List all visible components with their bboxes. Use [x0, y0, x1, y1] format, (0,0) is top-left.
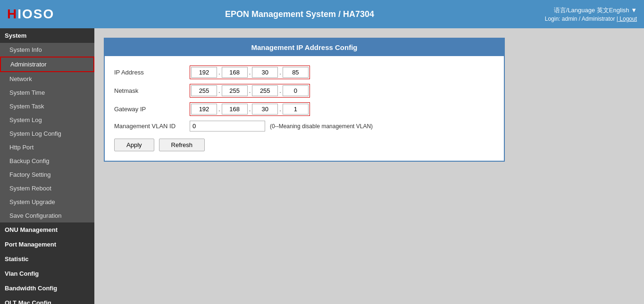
ip-address-oct3[interactable]: [252, 67, 278, 78]
netmask-oct3[interactable]: [252, 85, 278, 96]
netmask-row: Netmask . . .: [114, 84, 494, 98]
sidebar-item-onu-management[interactable]: ONU Management: [0, 222, 94, 237]
sidebar: System System Info Administrator Network…: [0, 28, 94, 304]
management-vlan-input[interactable]: [190, 121, 265, 131]
gateway-ip-label: Gateway IP: [114, 106, 190, 113]
ip-dot-3: .: [278, 69, 283, 76]
sidebar-item-http-port[interactable]: Http Port: [0, 140, 94, 154]
sidebar-item-system-time[interactable]: System Time: [0, 86, 94, 99]
ip-address-fields: . . .: [190, 66, 310, 79]
ip-address-oct2[interactable]: [222, 67, 248, 78]
sidebar-item-backup-config[interactable]: Backup Config: [0, 154, 94, 168]
gateway-ip-row: Gateway IP . . .: [114, 102, 494, 116]
vlan-id-row: Management VLAN ID (0--Meaning disable m…: [114, 121, 494, 131]
gateway-ip-oct4[interactable]: [283, 104, 309, 115]
netmask-dot-3: .: [278, 87, 283, 94]
gateway-dot-3: .: [278, 106, 283, 113]
netmask-oct2[interactable]: [222, 85, 248, 96]
gateway-ip-oct1[interactable]: [191, 104, 217, 115]
apply-button[interactable]: Apply: [114, 139, 154, 151]
login-section: Login: admin / Administrator | Logout: [545, 16, 637, 22]
gateway-ip-oct3[interactable]: [252, 104, 278, 115]
netmask-label: Netmask: [114, 87, 190, 94]
sidebar-item-system-log-config[interactable]: System Log Config: [0, 127, 94, 140]
gateway-ip-oct2[interactable]: [222, 104, 248, 115]
sidebar-item-system-info[interactable]: System Info: [0, 43, 94, 57]
refresh-button[interactable]: Refresh: [159, 139, 205, 151]
sidebar-item-save-configuration[interactable]: Save Configuration: [0, 209, 94, 222]
language-section[interactable]: 语言/Language 英文English ▼: [554, 6, 637, 15]
form-buttons: Apply Refresh: [114, 139, 494, 151]
ip-address-row: IP Address . . .: [114, 66, 494, 79]
sidebar-item-system-log[interactable]: System Log: [0, 113, 94, 127]
config-panel-title: Management IP Address Config: [105, 39, 504, 56]
ip-dot-1: .: [217, 69, 222, 76]
gateway-ip-fields: . . .: [190, 102, 310, 116]
header-right: 语言/Language 英文English ▼ Login: admin / A…: [545, 6, 637, 22]
sidebar-item-statistic[interactable]: Statistic: [0, 252, 94, 266]
sidebar-item-bandwidth-config[interactable]: Bandwidth Config: [0, 281, 94, 296]
config-body: IP Address . . . Netmask: [105, 56, 504, 161]
dropdown-icon: ▼: [631, 7, 637, 14]
netmask-oct1[interactable]: [191, 85, 217, 96]
config-panel: Management IP Address Config IP Address …: [104, 38, 505, 162]
ip-dot-2: .: [248, 69, 252, 76]
sidebar-item-administrator[interactable]: Administrator: [0, 57, 94, 72]
ip-address-oct1[interactable]: [191, 67, 217, 78]
logout-link[interactable]: | Logout: [617, 16, 637, 22]
sidebar-item-factory-setting[interactable]: Factory Setting: [0, 168, 94, 181]
netmask-dot-1: .: [217, 87, 222, 94]
sidebar-item-vlan-config[interactable]: Vlan Config: [0, 266, 94, 281]
gateway-dot-2: .: [248, 106, 252, 113]
netmask-dot-2: .: [248, 87, 252, 94]
ip-address-label: IP Address: [114, 69, 190, 76]
sidebar-item-olt-mac-config[interactable]: OLT Mac Config: [0, 296, 94, 304]
main-content: Management IP Address Config IP Address …: [94, 28, 644, 304]
language-value[interactable]: 英文English: [597, 7, 629, 14]
vlan-hint: (0--Meaning disable management VLAN): [270, 123, 373, 130]
management-vlan-label: Management VLAN ID: [114, 123, 190, 130]
netmask-fields: . . .: [190, 84, 310, 98]
sidebar-item-port-management[interactable]: Port Management: [0, 237, 94, 252]
sidebar-item-system-reboot[interactable]: System Reboot: [0, 181, 94, 195]
sidebar-item-system-task[interactable]: System Task: [0, 99, 94, 113]
logo: HIOSO: [7, 7, 54, 22]
system-section-header: System: [0, 28, 94, 43]
logo-text: HIOSO: [7, 7, 54, 22]
login-text: Login: admin / Administrator: [545, 16, 615, 22]
gateway-dot-1: .: [217, 106, 222, 113]
ip-address-oct4[interactable]: [283, 67, 309, 78]
sidebar-item-network[interactable]: Network: [0, 72, 94, 86]
language-label: 语言/Language: [554, 7, 595, 14]
app-title: EPON Management System / HA7304: [54, 9, 545, 19]
sidebar-item-system-upgrade[interactable]: System Upgrade: [0, 195, 94, 209]
netmask-oct4[interactable]: [283, 85, 309, 96]
